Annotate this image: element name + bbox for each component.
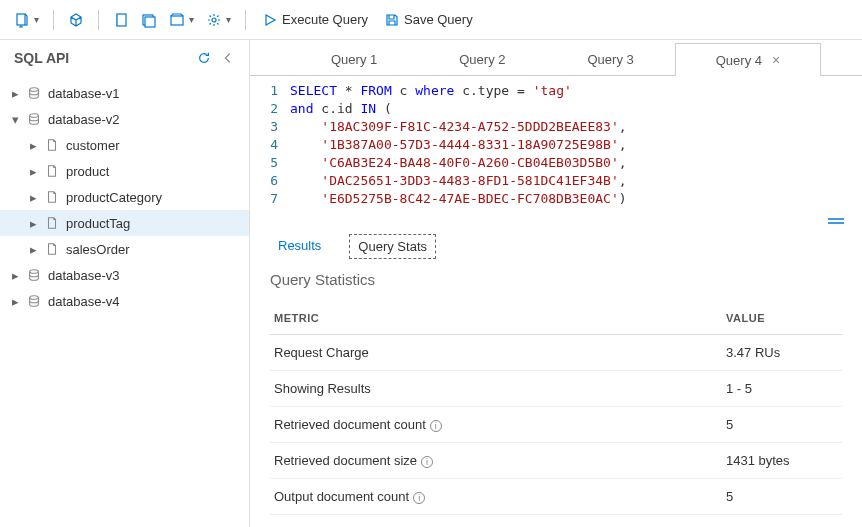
container-button[interactable]: ▾: [165, 8, 198, 32]
stats-title: Query Statistics: [270, 271, 842, 288]
save-query-button[interactable]: Save Query: [378, 8, 479, 32]
table-row: Request Charge3.47 RUs: [270, 335, 842, 371]
sql-editor[interactable]: 1234567 SELECT * FROM c where c.type = '…: [250, 76, 862, 216]
caret-right-icon[interactable]: ▸: [10, 294, 20, 309]
stats-table: METRIC VALUE Request Charge3.47 RUsShowi…: [270, 302, 842, 515]
tree-item-label: productCategory: [66, 190, 162, 205]
sidebar-title: SQL API: [14, 50, 69, 66]
svg-rect-3: [145, 17, 155, 27]
line-number: 5: [250, 154, 278, 172]
svg-rect-4: [171, 16, 183, 25]
notebook-button[interactable]: [109, 8, 133, 32]
info-icon[interactable]: i: [430, 420, 442, 432]
code-line[interactable]: 'DAC25651-3DD3-4483-8FD1-581DC41EF34B',: [290, 172, 862, 190]
container-icon: [169, 12, 185, 28]
tab-query-1[interactable]: Query 1: [290, 43, 418, 75]
cube-button[interactable]: [64, 8, 88, 32]
tab-query-stats[interactable]: Query Stats: [349, 234, 436, 259]
tab-query-4[interactable]: Query 4×: [675, 43, 821, 76]
caret-right-icon[interactable]: ▸: [28, 242, 38, 257]
tree-item-database-v2[interactable]: ▾database-v2: [0, 106, 249, 132]
document-icon: [44, 137, 60, 153]
tree-item-label: salesOrder: [66, 242, 130, 257]
line-gutter: 1234567: [250, 82, 290, 210]
cube-icon: [68, 12, 84, 28]
code-line[interactable]: '18AC309F-F81C-4234-A752-5DDD2BEAEE83',: [290, 118, 862, 136]
svg-point-8: [30, 270, 39, 274]
caret-down-icon[interactable]: ▾: [10, 112, 20, 127]
caret-right-icon[interactable]: ▸: [10, 86, 20, 101]
sidebar: SQL API ▸database-v1▾database-v2▸custome…: [0, 40, 250, 527]
new-document-icon: [14, 12, 30, 28]
tree-item-label: database-v2: [48, 112, 120, 127]
tree-item-database-v1[interactable]: ▸database-v1: [0, 80, 249, 106]
tab-label: Query 4: [716, 53, 762, 68]
table-row: Retrieved document sizei1431 bytes: [270, 443, 842, 479]
tab-query-3[interactable]: Query 3: [547, 43, 675, 75]
main-area: SQL API ▸database-v1▾database-v2▸custome…: [0, 40, 862, 527]
notebook-icon: [113, 12, 129, 28]
tree-item-label: database-v3: [48, 268, 120, 283]
refresh-icon[interactable]: [197, 51, 211, 65]
info-icon[interactable]: i: [421, 456, 433, 468]
svg-point-5: [212, 18, 216, 22]
new-document-button[interactable]: ▾: [10, 8, 43, 32]
document-icon: [44, 215, 60, 231]
caret-right-icon[interactable]: ▸: [28, 216, 38, 231]
database-icon: [26, 293, 42, 309]
tree-item-label: productTag: [66, 216, 130, 231]
drag-handle-icon: [828, 217, 844, 225]
line-number: 1: [250, 82, 278, 100]
separator: [53, 10, 54, 30]
code-line[interactable]: 'E6D5275B-8C42-47AE-BDEC-FC708DB3E0AC'): [290, 190, 862, 208]
play-icon: [262, 12, 278, 28]
tree-item-database-v3[interactable]: ▸database-v3: [0, 262, 249, 288]
execute-query-button[interactable]: Execute Query: [256, 8, 374, 32]
separator: [98, 10, 99, 30]
pane-resizer[interactable]: [250, 216, 862, 226]
caret-right-icon[interactable]: ▸: [28, 164, 38, 179]
caret-right-icon[interactable]: ▸: [28, 190, 38, 205]
tab-label: Query 1: [331, 52, 377, 67]
svg-point-9: [30, 296, 39, 300]
tree-item-salesOrder[interactable]: ▸salesOrder: [0, 236, 249, 262]
table-row: Retrieved document counti5: [270, 407, 842, 443]
separator: [245, 10, 246, 30]
caret-right-icon[interactable]: ▸: [10, 268, 20, 283]
code-area[interactable]: SELECT * FROM c where c.type = 'tag'and …: [290, 82, 862, 210]
info-icon[interactable]: i: [413, 492, 425, 504]
svg-rect-0: [17, 14, 25, 25]
code-line[interactable]: and c.id IN (: [290, 100, 862, 118]
metric-cell: Retrieved document counti: [270, 407, 722, 443]
tree-item-database-v4[interactable]: ▸database-v4: [0, 288, 249, 314]
caret-right-icon[interactable]: ▸: [28, 138, 38, 153]
save-icon: [384, 12, 400, 28]
value-cell: 3.47 RUs: [722, 335, 842, 371]
line-number: 4: [250, 136, 278, 154]
tab-query-2[interactable]: Query 2: [418, 43, 546, 75]
close-icon[interactable]: ×: [772, 52, 780, 68]
open-query-button[interactable]: [137, 8, 161, 32]
tree-item-customer[interactable]: ▸customer: [0, 132, 249, 158]
tree-item-product[interactable]: ▸product: [0, 158, 249, 184]
query-tabs: Query 1Query 2Query 3Query 4×: [250, 40, 862, 76]
line-number: 2: [250, 100, 278, 118]
chevron-down-icon: ▾: [189, 14, 194, 25]
tab-results[interactable]: Results: [270, 234, 329, 259]
collapse-icon[interactable]: [221, 51, 235, 65]
execute-query-label: Execute Query: [282, 12, 368, 27]
code-line[interactable]: '1B387A00-57D3-4444-8331-18A90725E98B',: [290, 136, 862, 154]
code-line[interactable]: 'C6AB3E24-BA48-40F0-A260-CB04EB03D5B0',: [290, 154, 862, 172]
code-line[interactable]: SELECT * FROM c where c.type = 'tag': [290, 82, 862, 100]
tree-item-label: product: [66, 164, 109, 179]
col-metric: METRIC: [270, 302, 722, 335]
settings-button[interactable]: ▾: [202, 8, 235, 32]
database-icon: [26, 111, 42, 127]
content: Query 1Query 2Query 3Query 4× 1234567 SE…: [250, 40, 862, 527]
svg-point-7: [30, 114, 39, 118]
tab-label: Query 3: [588, 52, 634, 67]
table-row: Output document counti5: [270, 479, 842, 515]
tree-item-productTag[interactable]: ▸productTag: [0, 210, 249, 236]
line-number: 3: [250, 118, 278, 136]
tree-item-productCategory[interactable]: ▸productCategory: [0, 184, 249, 210]
